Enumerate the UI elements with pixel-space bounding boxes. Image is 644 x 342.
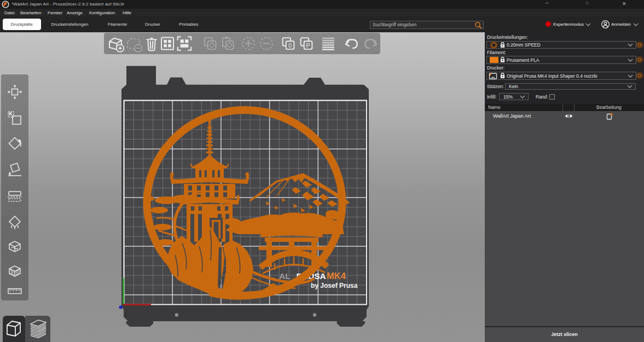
svg-text:P: P — [306, 42, 310, 49]
svg-text:by Josef Prusa: by Josef Prusa — [311, 282, 358, 289]
svg-text:AL: AL — [279, 271, 291, 281]
svg-text:MK4: MK4 — [327, 271, 346, 281]
svg-text:0: 0 — [288, 42, 292, 49]
